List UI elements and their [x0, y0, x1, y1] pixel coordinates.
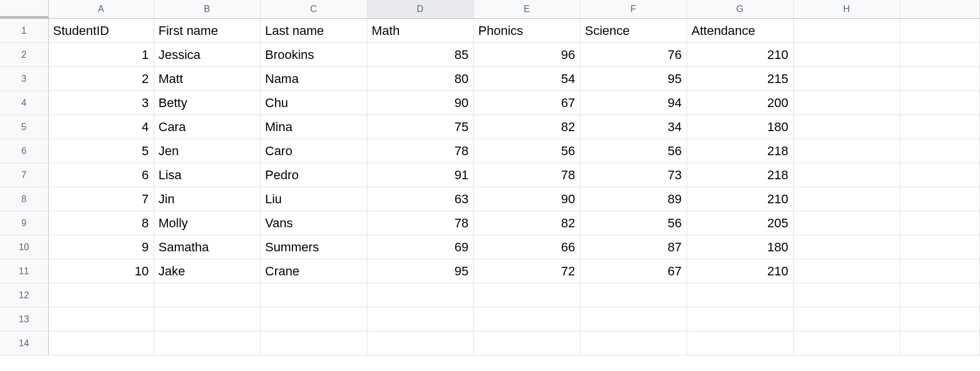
cell[interactable]: Matt	[154, 67, 260, 91]
cell[interactable]: 215	[687, 67, 793, 91]
row-header-9[interactable]: 9	[0, 211, 48, 235]
cell-overflow[interactable]	[900, 19, 980, 43]
cell[interactable]: 210	[687, 187, 793, 211]
cell-e1[interactable]: Phonics	[473, 19, 580, 43]
cell[interactable]	[48, 331, 154, 356]
cell-h1[interactable]	[793, 19, 900, 43]
cell[interactable]	[793, 43, 900, 67]
cell[interactable]: 75	[367, 115, 473, 139]
col-header-f[interactable]: F	[580, 0, 687, 19]
row-header-5[interactable]: 5	[0, 115, 48, 139]
cell[interactable]	[154, 331, 260, 356]
col-header-a[interactable]: A	[48, 0, 154, 19]
cell[interactable]	[473, 307, 580, 331]
cell[interactable]: 78	[367, 211, 473, 235]
cell[interactable]: 1	[48, 43, 154, 67]
cell[interactable]	[793, 283, 900, 307]
cell[interactable]	[473, 331, 580, 356]
row-header-12[interactable]: 12	[0, 283, 48, 307]
cell[interactable]: 56	[580, 139, 687, 163]
cell[interactable]: Samatha	[154, 235, 260, 259]
cell[interactable]: Lisa	[154, 163, 260, 187]
col-header-e[interactable]: E	[473, 0, 580, 19]
row-header-7[interactable]: 7	[0, 163, 48, 187]
cell[interactable]: 54	[473, 67, 580, 91]
cell[interactable]	[900, 307, 980, 331]
cell[interactable]	[154, 307, 260, 331]
cell[interactable]: 69	[367, 235, 473, 259]
cell[interactable]: 76	[580, 43, 687, 67]
row-header-11[interactable]: 11	[0, 259, 48, 283]
col-header-d[interactable]: D	[367, 0, 473, 19]
cell[interactable]: Cara	[154, 115, 260, 139]
cell[interactable]: 6	[48, 163, 154, 187]
cell[interactable]	[793, 307, 900, 331]
cell[interactable]: Crane	[260, 259, 367, 283]
cell[interactable]: Liu	[260, 187, 367, 211]
row-header-13[interactable]: 13	[0, 307, 48, 331]
cell[interactable]	[260, 283, 367, 307]
cell[interactable]: 210	[687, 259, 793, 283]
cell[interactable]: 218	[687, 163, 793, 187]
select-all-corner[interactable]	[0, 0, 48, 19]
cell[interactable]	[793, 139, 900, 163]
cell[interactable]: Betty	[154, 91, 260, 115]
cell[interactable]: 67	[473, 91, 580, 115]
cell[interactable]: 87	[580, 235, 687, 259]
cell-d1[interactable]: Math	[367, 19, 473, 43]
cell[interactable]: 67	[580, 259, 687, 283]
cell[interactable]: 90	[367, 91, 473, 115]
cell[interactable]: Mina	[260, 115, 367, 139]
cell[interactable]	[793, 187, 900, 211]
cell[interactable]	[367, 331, 473, 356]
cell-a1[interactable]: StudentID	[48, 19, 154, 43]
cell[interactable]: 34	[580, 115, 687, 139]
cell[interactable]: 56	[473, 139, 580, 163]
cell[interactable]: 95	[367, 259, 473, 283]
cell[interactable]: Brookins	[260, 43, 367, 67]
cell[interactable]	[900, 331, 980, 356]
cell[interactable]	[793, 67, 900, 91]
cell[interactable]	[580, 307, 687, 331]
row-header-8[interactable]: 8	[0, 187, 48, 211]
row-header-14[interactable]: 14	[0, 331, 48, 356]
cell[interactable]	[900, 43, 980, 67]
row-header-3[interactable]: 3	[0, 67, 48, 91]
cell[interactable]: 7	[48, 187, 154, 211]
cell[interactable]: 3	[48, 91, 154, 115]
cell[interactable]: 94	[580, 91, 687, 115]
cell[interactable]: 80	[367, 67, 473, 91]
cell[interactable]: 180	[687, 115, 793, 139]
col-header-h[interactable]: H	[793, 0, 900, 19]
cell[interactable]: 8	[48, 211, 154, 235]
cell[interactable]: Jin	[154, 187, 260, 211]
cell[interactable]: Jake	[154, 259, 260, 283]
cell[interactable]: 210	[687, 43, 793, 67]
cell[interactable]: 85	[367, 43, 473, 67]
cell[interactable]: Chu	[260, 91, 367, 115]
cell[interactable]	[580, 331, 687, 356]
cell[interactable]: 78	[367, 139, 473, 163]
cell[interactable]	[900, 91, 980, 115]
cell[interactable]	[260, 331, 367, 356]
cell[interactable]: 66	[473, 235, 580, 259]
cell[interactable]	[900, 235, 980, 259]
cell[interactable]: 218	[687, 139, 793, 163]
cell[interactable]: 63	[367, 187, 473, 211]
cell[interactable]	[900, 163, 980, 187]
grid[interactable]: A B C D E F G H 1 StudentID First name L…	[0, 0, 980, 356]
cell[interactable]: 95	[580, 67, 687, 91]
cell[interactable]	[793, 115, 900, 139]
cell[interactable]: 96	[473, 43, 580, 67]
cell[interactable]: 90	[473, 187, 580, 211]
cell[interactable]	[900, 283, 980, 307]
row-header-10[interactable]: 10	[0, 235, 48, 259]
col-header-g[interactable]: G	[687, 0, 793, 19]
row-header-1[interactable]: 1	[0, 19, 48, 43]
cell[interactable]	[260, 307, 367, 331]
cell[interactable]: Caro	[260, 139, 367, 163]
cell[interactable]: 91	[367, 163, 473, 187]
cell[interactable]: 89	[580, 187, 687, 211]
cell[interactable]	[900, 259, 980, 283]
cell-f1[interactable]: Science	[580, 19, 687, 43]
